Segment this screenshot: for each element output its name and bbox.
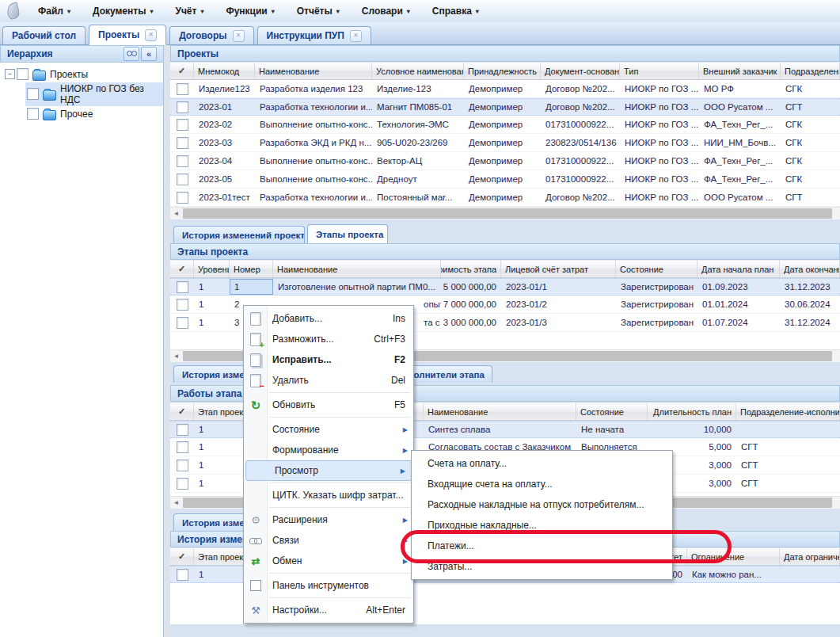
menu-item[interactable]: Связи▶ <box>244 530 413 551</box>
menu-item[interactable]: ЦИТК. Указать шифр затрат... <box>244 485 413 505</box>
menu-item[interactable]: Состояние▶ <box>244 419 413 440</box>
menu-item[interactable]: Добавить...Ins <box>244 308 413 329</box>
row-select-cell[interactable] <box>170 116 194 133</box>
row-select-cell[interactable] <box>170 456 194 474</box>
tree-node[interactable]: НИОКР по ГОЗ без НДС <box>0 84 163 104</box>
menu-item[interactable]: УдалитьDel <box>244 370 413 391</box>
column-header[interactable]: Внешний заказчик <box>699 63 781 79</box>
table-row[interactable]: 2023-01Разработка технологии и...Магнит … <box>170 98 840 116</box>
menu-item[interactable]: ↻ОбновитьF5 <box>244 395 413 415</box>
tab-close-icon[interactable]: ✕ <box>233 30 245 42</box>
menu-item[interactable]: Счета на оплату... <box>412 453 672 474</box>
column-header[interactable]: Этап проекта <box>194 548 245 565</box>
row-checkbox[interactable] <box>177 281 188 293</box>
row-checkbox[interactable] <box>177 478 188 490</box>
tab[interactable]: История изменений проекта <box>173 226 305 243</box>
row-checkbox[interactable] <box>177 424 188 436</box>
tree-node[interactable]: Прочее <box>0 104 163 124</box>
menu-item[interactable]: Платежи... <box>412 536 672 556</box>
scroll-left-arrow-icon[interactable]: ◄ <box>170 497 182 509</box>
scrollbar-thumb[interactable] <box>183 208 832 219</box>
menu-item[interactable]: Приходные накладные... <box>412 515 672 536</box>
column-header[interactable]: Наименование <box>255 63 372 79</box>
menubar-item[interactable]: Справка▾ <box>424 2 487 20</box>
row-select-cell[interactable] <box>170 314 194 331</box>
column-header[interactable]: Подразделение-исполнитель▼ <box>736 403 840 420</box>
column-header[interactable]: Ограничение <box>687 548 780 565</box>
column-header[interactable]: Стоимость этапа <box>441 261 501 277</box>
column-header[interactable]: Состояние <box>616 261 697 277</box>
column-header[interactable]: Номер <box>230 261 273 277</box>
search-button[interactable] <box>124 47 139 61</box>
column-header[interactable]: Лицевой счёт затрат <box>501 261 616 277</box>
tab[interactable]: Инструкции ПУП✕ <box>257 26 371 44</box>
column-header[interactable]: Подразделение <box>781 63 840 79</box>
column-header[interactable]: Дата начала план <box>697 261 780 277</box>
row-select-cell[interactable] <box>170 296 194 313</box>
menubar-item[interactable]: Словари▾ <box>354 2 418 20</box>
column-header[interactable]: Уровень <box>194 261 230 277</box>
row-checkbox[interactable] <box>177 83 188 95</box>
tab-close-icon[interactable]: ✕ <box>350 30 362 42</box>
tree-node[interactable]: −Проекты <box>0 64 163 84</box>
row-select-cell[interactable] <box>170 279 194 295</box>
table-row[interactable]: 2023-02Выполнение опытно-конс...Технолог… <box>170 116 840 134</box>
tab[interactable]: Проекты✕ <box>89 25 166 45</box>
menu-item[interactable]: Расходные накладные на отпуск потребител… <box>412 494 672 515</box>
row-checkbox[interactable] <box>177 155 188 167</box>
row-checkbox[interactable] <box>177 569 188 581</box>
table-row[interactable]: 11Изготовление опытной партии ПМ0...5 00… <box>170 278 840 296</box>
menu-item[interactable]: Формирование▶ <box>244 440 413 460</box>
menu-item[interactable]: Исправить...F2 <box>244 349 413 370</box>
row-checkbox[interactable] <box>177 299 188 311</box>
row-select-cell[interactable] <box>170 189 194 206</box>
row-checkbox[interactable] <box>177 174 188 185</box>
row-checkbox[interactable] <box>177 460 188 471</box>
select-column-header[interactable]: ✓ <box>170 261 194 277</box>
tab-close-icon[interactable]: ✕ <box>145 29 157 41</box>
menubar-item[interactable]: Документы▾ <box>85 2 162 20</box>
column-header[interactable]: Дата окончания <box>780 261 840 277</box>
row-select-cell[interactable] <box>170 421 194 437</box>
row-select-cell[interactable] <box>170 170 194 188</box>
column-header[interactable]: Документ-основание <box>541 63 620 79</box>
scroll-left-arrow-icon[interactable]: ◄ <box>170 208 182 219</box>
table-row[interactable]: 2023-03Разработка ЭКД и РКД н...905-U020… <box>170 134 840 152</box>
row-select-cell[interactable] <box>170 438 194 456</box>
menu-item[interactable]: ⚒Настройки...Alt+Enter <box>244 600 413 620</box>
row-checkbox[interactable] <box>177 317 188 329</box>
row-select-cell[interactable] <box>170 80 194 97</box>
column-header[interactable]: Условное наименование <box>372 63 464 79</box>
select-column-header[interactable]: ✓ <box>170 548 194 565</box>
menu-item[interactable]: ⚙Расширения▶ <box>244 509 413 530</box>
column-header[interactable]: Длительность план <box>648 403 736 420</box>
table-row[interactable]: 2023-01тестРазработка технологии и...Пос… <box>170 189 840 207</box>
projects-scrollbar[interactable]: ◄ <box>170 207 840 219</box>
tree-checkbox[interactable] <box>17 68 29 80</box>
menu-item[interactable]: Затраты... <box>412 556 672 577</box>
column-header[interactable]: Дата ограничения <box>780 548 840 565</box>
row-select-cell[interactable] <box>170 475 194 492</box>
select-column-header[interactable]: ✓ <box>170 63 194 79</box>
column-header[interactable]: Принадлежность <box>464 63 541 79</box>
collapse-panel-button[interactable]: « <box>141 47 157 61</box>
row-select-cell[interactable] <box>170 134 194 151</box>
row-checkbox[interactable] <box>177 137 188 149</box>
tree-expander-icon[interactable]: − <box>5 69 15 79</box>
table-row[interactable]: 2023-05Выполнение опытно-конс...Дредноут… <box>170 170 840 189</box>
tab[interactable]: Рабочий стол <box>2 26 86 44</box>
menubar-item[interactable]: Учёт▾ <box>167 2 211 20</box>
column-header[interactable]: Наименование <box>424 403 576 420</box>
splitter[interactable] <box>164 45 170 637</box>
tree-checkbox[interactable] <box>27 88 39 100</box>
row-checkbox[interactable] <box>177 101 188 113</box>
tab[interactable]: Договоры✕ <box>169 26 253 44</box>
row-checkbox[interactable] <box>177 441 188 453</box>
table-row[interactable]: Изделие123Разработка изделия 123Изделие-… <box>170 80 840 98</box>
tab[interactable]: Этапы проекта <box>307 224 388 243</box>
scroll-left-arrow-icon[interactable]: ◄ <box>170 350 182 362</box>
menu-item[interactable]: Входящие счета на оплату... <box>412 474 672 494</box>
select-column-header[interactable]: ✓ <box>170 403 194 420</box>
row-select-cell[interactable] <box>170 99 194 115</box>
menu-item[interactable]: Панель инструментов <box>244 575 413 596</box>
